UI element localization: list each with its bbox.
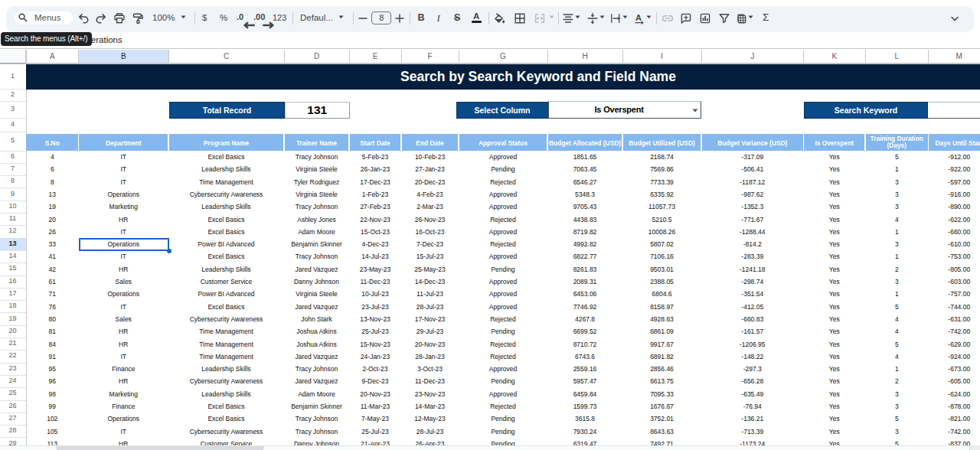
svg-text:A: A bbox=[635, 12, 642, 21]
